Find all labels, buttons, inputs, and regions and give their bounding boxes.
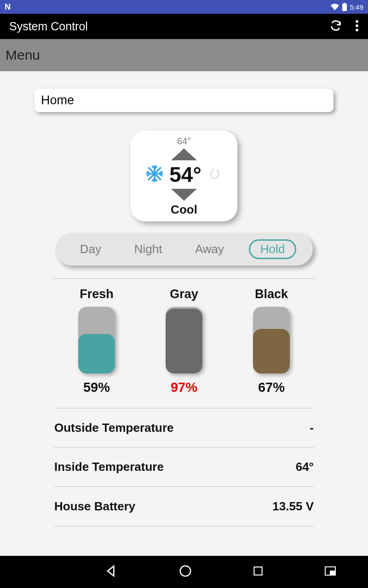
stat-value: 13.55 V <box>272 499 314 514</box>
mode-selector: Day Night Away Hold <box>55 233 313 266</box>
svg-point-4 <box>356 28 358 31</box>
android-nav-bar <box>0 556 368 588</box>
svg-point-3 <box>356 24 358 27</box>
thermostat-current-temp: 54° <box>169 162 201 187</box>
refresh-button[interactable] <box>329 19 342 34</box>
svg-rect-10 <box>254 567 262 575</box>
tank-label: Black <box>237 287 306 301</box>
stat-inside-temp[interactable]: Inside Temperature 64° <box>54 447 314 487</box>
tank-gauge[interactable] <box>253 307 290 373</box>
app-bar: System Control <box>0 14 368 39</box>
stat-outside-temp[interactable]: Outside Temperature - <box>54 408 314 447</box>
stat-label: House Battery <box>54 499 135 514</box>
tank-label: Gray <box>150 287 218 301</box>
tank-black: Black 67% <box>237 287 306 395</box>
thermostat-mode-label: Cool <box>139 203 229 217</box>
mode-night[interactable]: Night <box>126 239 171 259</box>
location-selector[interactable]: Home <box>34 89 334 112</box>
tank-percent: 59% <box>62 380 131 395</box>
overflow-menu-button[interactable] <box>355 19 359 34</box>
mode-away[interactable]: Away <box>187 239 232 259</box>
menu-label: Menu <box>6 47 40 63</box>
nav-pip-icon[interactable] <box>325 566 336 577</box>
snowflake-icon[interactable] <box>144 164 165 186</box>
svg-rect-1 <box>344 3 345 4</box>
nav-home-button[interactable] <box>178 564 192 580</box>
tank-percent: 67% <box>237 380 306 395</box>
status-n-icon: N <box>5 2 11 12</box>
svg-point-9 <box>180 566 191 577</box>
temp-down-button[interactable] <box>171 189 197 201</box>
tank-label: Fresh <box>62 287 131 301</box>
tanks-section: Fresh 59% Gray 97% Black 67% <box>0 279 368 408</box>
flame-icon[interactable] <box>206 164 224 186</box>
android-status-bar: N 5:49 <box>0 0 368 14</box>
tank-gray: Gray 97% <box>150 287 218 395</box>
stat-value: 64° <box>296 460 314 474</box>
stat-house-battery[interactable]: House Battery 13.55 V <box>54 487 314 526</box>
temp-up-button[interactable] <box>171 148 197 160</box>
wifi-icon <box>331 3 339 11</box>
tank-percent: 97% <box>150 380 218 395</box>
status-time: 5:49 <box>350 3 363 11</box>
tank-fresh: Fresh 59% <box>62 287 131 395</box>
svg-point-2 <box>356 20 358 23</box>
stat-label: Inside Temperature <box>54 460 164 474</box>
app-title: System Control <box>9 20 88 33</box>
stats-section: Outside Temperature - Inside Temperature… <box>0 408 368 526</box>
nav-recent-button[interactable] <box>252 565 264 579</box>
menu-bar[interactable]: Menu <box>0 39 368 71</box>
mode-hold[interactable]: Hold <box>249 239 296 259</box>
thermostat-card: 64° 54° Cool <box>131 130 237 221</box>
tank-gauge[interactable] <box>78 307 115 373</box>
nav-back-button[interactable] <box>104 564 119 580</box>
mode-day[interactable]: Day <box>72 239 109 259</box>
battery-icon <box>342 3 347 11</box>
stat-label: Outside Temperature <box>54 421 174 435</box>
thermostat-target-temp: 64° <box>139 136 229 147</box>
svg-rect-0 <box>342 4 347 11</box>
svg-rect-12 <box>330 571 335 575</box>
stat-value: - <box>310 421 314 435</box>
location-label: Home <box>41 93 74 107</box>
tank-gauge[interactable] <box>166 307 202 373</box>
